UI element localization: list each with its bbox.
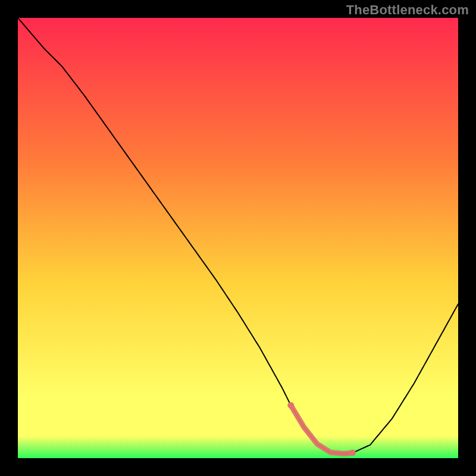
svg-rect-0 xyxy=(18,18,458,458)
chart-frame: TheBottleneck.com xyxy=(0,0,476,476)
bottleneck-plot xyxy=(18,18,458,458)
chart-svg xyxy=(18,18,458,458)
watermark-text: TheBottleneck.com xyxy=(346,2,469,18)
svg-point-1 xyxy=(287,402,294,409)
svg-point-2 xyxy=(349,450,356,456)
